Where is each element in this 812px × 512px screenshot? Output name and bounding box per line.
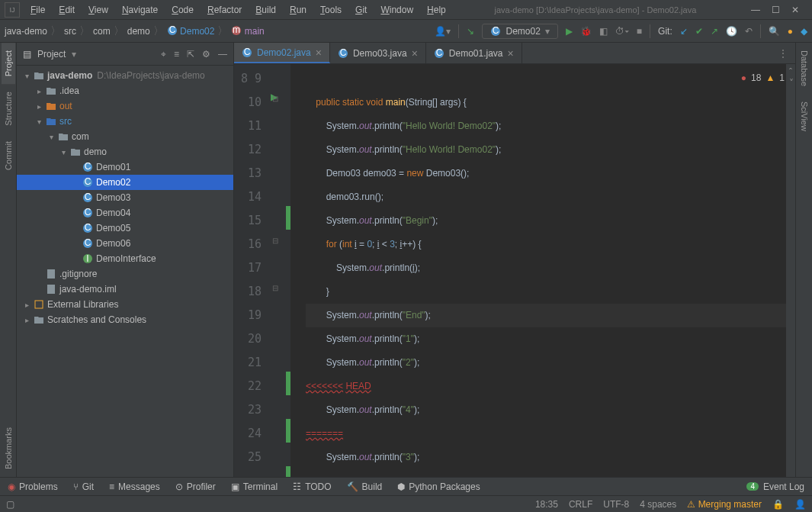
tool-terminal[interactable]: ▣Terminal (231, 481, 278, 492)
tree-out[interactable]: ▸out (17, 98, 233, 114)
crumb-main[interactable]: m main (231, 25, 264, 37)
run-config-selector[interactable]: C Demo02▾ (482, 24, 557, 39)
gutter-icons[interactable]: ▶⊟⊟⊟ (268, 64, 286, 477)
crumb-com[interactable]: com (93, 26, 111, 37)
menu-window[interactable]: Window (374, 2, 419, 18)
git-update-icon[interactable]: ↙ (680, 26, 688, 37)
menu-help[interactable]: Help (421, 2, 452, 18)
back-arrow-icon[interactable]: ↘ (467, 26, 474, 37)
tree-gitignore[interactable]: .gitignore (17, 266, 233, 282)
tool-git[interactable]: ⑂Git (73, 481, 94, 492)
menu-refactor[interactable]: Refactor (201, 2, 248, 18)
tree-class-demo04[interactable]: CDemo04 (17, 205, 233, 221)
tree-idea[interactable]: ▸.idea (17, 83, 233, 98)
rail-tab-structure[interactable]: Structure (2, 84, 15, 134)
tree-iml[interactable]: java-demo.iml (17, 282, 233, 297)
crumb-demo02[interactable]: C Demo02 (167, 25, 215, 37)
file-encoding[interactable]: UTF-8 (603, 499, 629, 510)
tool-windows-icon[interactable]: ▢ (6, 499, 14, 510)
git-history-icon[interactable]: 🕓 (726, 26, 737, 37)
select-open-file-icon[interactable]: ⌖ (161, 49, 166, 60)
editor-tab-demo01-java[interactable]: CDemo01.java× (426, 43, 522, 63)
tool-build[interactable]: 🔨Build (347, 481, 383, 492)
tree-demo[interactable]: ▾demo (17, 144, 233, 159)
git-merge-status[interactable]: ⚠ Merging master (687, 499, 762, 510)
error-stripe[interactable]: ●18 ▲1 ˆ ˅ (786, 64, 795, 477)
debug-icon[interactable]: 🐞 (580, 26, 592, 37)
line-separator[interactable]: CRLF (569, 499, 592, 510)
menu-build[interactable]: Build (249, 2, 282, 18)
breadcrumb[interactable]: java-demo〉src〉com〉demo〉C Demo02〉m main (5, 24, 265, 38)
tree-class-demo02[interactable]: CDemo02 (17, 175, 233, 190)
expand-all-icon[interactable]: ≡ (174, 49, 179, 60)
code-with-me-icon[interactable]: ◆ (801, 26, 807, 37)
fold-icon[interactable]: ⊟ (272, 95, 278, 103)
git-commit-icon[interactable]: ✔ (695, 26, 703, 37)
rail-tab-commit[interactable]: Commit (2, 134, 15, 178)
crumb-java-demo[interactable]: java-demo (5, 26, 47, 37)
menu-code[interactable]: Code (165, 2, 200, 18)
tab-more-icon[interactable]: ⋮ (771, 48, 795, 59)
tab-close-icon[interactable]: × (316, 47, 322, 59)
tool-event-log[interactable]: Event Log (763, 481, 804, 492)
rail-tab-project[interactable]: Project (2, 43, 15, 84)
line-number-gutter[interactable]: 8 9 10 11 12 13 14 15 16 17 18 19 20 21 … (234, 64, 268, 477)
tree-class-demo03[interactable]: CDemo03 (17, 190, 233, 205)
coverage-icon[interactable]: ◧ (599, 26, 608, 37)
menu-navigate[interactable]: Navigate (116, 2, 164, 18)
rail-tab-database[interactable]: Database (798, 43, 811, 94)
hide-sidebar-icon[interactable]: — (218, 49, 227, 60)
fold-icon[interactable]: ⊟ (272, 237, 278, 245)
rail-tab-sciview[interactable]: SciView (798, 94, 811, 139)
stop-icon[interactable]: ■ (637, 26, 642, 37)
rail-tab-bookmarks[interactable]: Bookmarks (2, 420, 15, 477)
search-everywhere-icon[interactable]: 🔍 (769, 26, 780, 37)
collapse-all-icon[interactable]: ⇱ (187, 49, 194, 60)
code-editor[interactable]: public static void main(String[] args) {… (290, 64, 786, 477)
tree-src[interactable]: ▾src (17, 114, 233, 129)
caret-position[interactable]: 18:35 (535, 499, 558, 510)
sidebar-title[interactable]: Project (37, 49, 66, 60)
editor-tab-demo02-java[interactable]: CDemo02.java× (234, 43, 330, 63)
ide-settings-icon[interactable]: ● (788, 26, 793, 37)
menu-git[interactable]: Git (349, 2, 373, 18)
editor-tab-demo03-java[interactable]: CDemo03.java× (330, 43, 426, 63)
ide-status-icon[interactable]: 👤 (794, 499, 806, 510)
tree-class-demo06[interactable]: CDemo06 (17, 236, 233, 251)
tree-class-demointerface[interactable]: IDemoInterface (17, 251, 233, 266)
run-icon[interactable]: ▶ (566, 26, 573, 37)
project-tree[interactable]: ▾java-demoD:\IdeaProjects\java-demo▸.ide… (17, 66, 233, 477)
user-icon[interactable]: 👤▾ (435, 26, 451, 37)
tab-close-icon[interactable]: × (412, 47, 418, 60)
profile-icon[interactable]: ⏱▾ (615, 26, 629, 37)
tree-com[interactable]: ▾com (17, 129, 233, 144)
crumb-demo[interactable]: demo (127, 26, 150, 37)
tree-class-demo05[interactable]: CDemo05 (17, 221, 233, 236)
menu-run[interactable]: Run (284, 2, 313, 18)
maximize-icon[interactable]: ☐ (769, 5, 782, 15)
tab-close-icon[interactable]: × (508, 47, 514, 60)
fold-icon[interactable]: ⊟ (272, 284, 278, 292)
git-rollback-icon[interactable]: ↶ (745, 26, 753, 37)
error-count-icon[interactable]: ● (741, 72, 746, 83)
warning-count-icon[interactable]: ▲ (765, 72, 775, 83)
git-push-icon[interactable]: ↗ (711, 26, 718, 37)
indent-info[interactable]: 4 spaces (640, 499, 676, 510)
tree-class-demo01[interactable]: CDemo01 (17, 159, 233, 175)
close-icon[interactable]: ✕ (789, 5, 801, 15)
menu-edit[interactable]: Edit (53, 2, 81, 18)
settings-gear-icon[interactable]: ⚙ (202, 49, 210, 60)
tool-todo[interactable]: ☷TODO (293, 481, 331, 492)
menu-file[interactable]: File (24, 2, 51, 18)
menu-tools[interactable]: Tools (314, 2, 348, 18)
tool-problems[interactable]: ◉Problems (8, 481, 58, 492)
menu-view[interactable]: View (82, 2, 114, 18)
tree-root[interactable]: ▾java-demoD:\IdeaProjects\java-demo (17, 68, 233, 83)
tool-python[interactable]: ⬢Python Packages (397, 481, 480, 492)
tree-scratches[interactable]: ▸Scratches and Consoles (17, 312, 233, 327)
crumb-src[interactable]: src (64, 26, 76, 37)
minimize-icon[interactable]: — (749, 5, 762, 15)
tree-external-libraries[interactable]: ▸External Libraries (17, 297, 233, 312)
tool-messages[interactable]: ≡Messages (109, 481, 160, 492)
lock-icon[interactable]: 🔒 (772, 499, 784, 510)
